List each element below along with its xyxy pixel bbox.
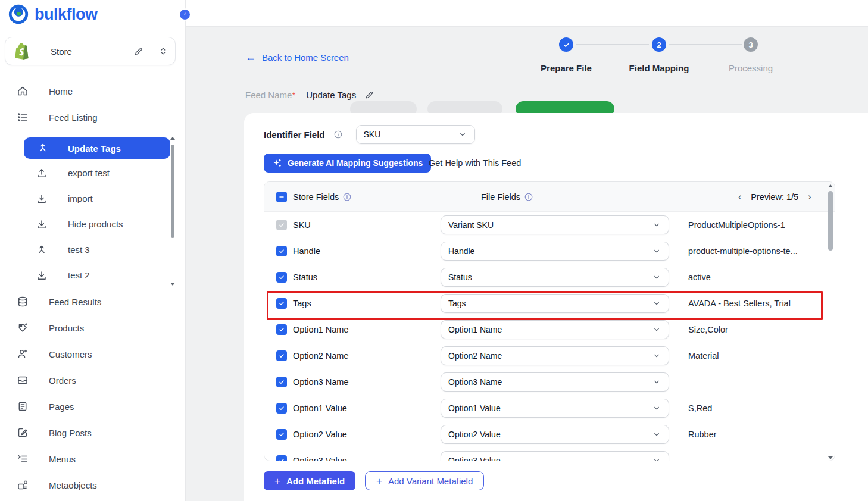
store-field-label: Option1 Name	[293, 325, 441, 334]
sidebar-item-feed-results[interactable]: Feed Results	[0, 289, 186, 315]
back-to-home-link[interactable]: ← Back to Home Screen	[245, 51, 349, 64]
file-field-select[interactable]: Option1 Name	[441, 320, 669, 339]
user-icon	[17, 348, 29, 360]
row-checkbox[interactable]	[276, 350, 287, 361]
blog-icon	[17, 427, 29, 439]
sidebar-item-label: Update Tags	[68, 143, 121, 154]
generate-ai-mapping-button[interactable]: Generate AI Mapping Suggestions	[264, 154, 431, 173]
row-checkbox[interactable]	[276, 455, 287, 461]
generate-label: Generate AI Mapping Suggestions	[288, 158, 423, 168]
store-field-label: Option2 Value	[293, 430, 441, 439]
scroll-up-arrow-icon[interactable]	[170, 137, 175, 140]
preview-label: Preview: 1/5	[751, 192, 798, 202]
info-icon[interactable]	[333, 130, 343, 139]
row-checkbox[interactable]	[276, 272, 287, 283]
chevron-down-icon	[652, 430, 661, 439]
feed-name-value: Update Tags	[306, 90, 356, 100]
file-field-select[interactable]: Option1 Value	[441, 399, 669, 418]
step-3-circle[interactable]: 3	[744, 37, 758, 52]
file-field-select[interactable]: Status	[441, 268, 669, 287]
sidebar-item-test-3[interactable]: test 3	[0, 237, 186, 262]
file-field-select[interactable]: Tags	[441, 294, 669, 313]
sidebar-item-pages[interactable]: Pages	[0, 393, 186, 419]
chevron-down-icon	[652, 456, 661, 461]
edit-store-icon[interactable]	[133, 46, 144, 57]
sidebar-scrollbar[interactable]	[170, 136, 176, 287]
sidebar-item-menus[interactable]: Menus	[0, 446, 186, 472]
add-metafield-button[interactable]: + Add Metafield	[264, 471, 355, 490]
identifier-field-label: Identifier Field	[264, 130, 325, 140]
file-field-selected-value: Handle	[448, 246, 652, 256]
sidebar-item-test-2[interactable]: test 2	[0, 262, 186, 288]
download-icon	[36, 218, 48, 230]
row-checkbox[interactable]	[276, 298, 287, 309]
sidebar-item-feed-listing[interactable]: Feed Listing	[0, 104, 186, 130]
list-icon	[17, 111, 29, 123]
step-2-circle[interactable]: 2	[652, 37, 666, 52]
scroll-up-arrow-icon[interactable]	[828, 184, 833, 187]
scrollbar-thumb[interactable]	[171, 145, 174, 238]
download-icon	[36, 270, 48, 281]
sidebar-item-label: Hide products	[68, 219, 123, 229]
field-mapping-table: Store Fields File Fields ‹ Preview: 1/5 …	[264, 181, 835, 461]
sidebar-item-label: Pages	[49, 402, 74, 412]
mapping-row-tags: TagsTagsAVADA - Best Sellers, Trial	[264, 290, 826, 317]
sidebar-item-orders[interactable]: Orders	[0, 367, 186, 393]
store-selector[interactable]: Store	[5, 37, 176, 65]
table-scrollbar[interactable]	[827, 183, 834, 461]
chevron-down-icon	[652, 299, 661, 308]
row-checkbox[interactable]	[276, 324, 287, 335]
split-icon	[36, 244, 48, 256]
mapping-row-option2-value: Option2 ValueOption2 ValueRubber	[264, 421, 826, 447]
sidebar-item-products[interactable]: Products	[0, 315, 186, 341]
file-field-select[interactable]: Option2 Name	[441, 346, 669, 365]
sidebar-item-label: Customers	[49, 349, 92, 359]
sidebar-item-metaobjects[interactable]: Metaobjects	[0, 472, 186, 498]
preview-value: Rubber	[688, 430, 826, 439]
preview-prev-icon[interactable]: ‹	[738, 192, 741, 202]
select-all-checkbox[interactable]	[276, 192, 287, 202]
sidebar-item-import[interactable]: import	[0, 186, 186, 211]
tag-icon	[17, 322, 29, 334]
scroll-down-arrow-icon[interactable]	[828, 456, 833, 459]
file-field-select[interactable]: Variant SKU	[441, 215, 669, 234]
preview-value: S,Red	[688, 403, 826, 413]
info-icon[interactable]	[524, 192, 533, 202]
row-checkbox[interactable]	[276, 246, 287, 256]
file-field-select[interactable]: Option2 Value	[441, 425, 669, 444]
scrollbar-thumb[interactable]	[828, 191, 833, 250]
sidebar-item-export-test[interactable]: export test	[0, 160, 186, 186]
sidebar-item-customers[interactable]: Customers	[0, 341, 186, 367]
sidebar-collapse-button[interactable]: ‹	[180, 10, 190, 20]
sidebar-item-update-tags[interactable]: Update Tags	[24, 137, 170, 159]
chevron-down-icon	[652, 377, 661, 387]
step-1-circle[interactable]	[559, 37, 573, 52]
edit-feed-name-icon[interactable]	[364, 90, 374, 100]
row-checkbox[interactable]	[276, 377, 287, 387]
row-checkbox[interactable]	[276, 429, 287, 440]
sidebar-item-blog-posts[interactable]: Blog Posts	[0, 419, 186, 446]
file-field-selected-value: Tags	[448, 299, 652, 308]
sidebar-item-label: Products	[49, 323, 84, 333]
plus-icon: +	[274, 476, 280, 486]
mapping-row-option1-value: Option1 ValueOption1 ValueS,Red	[264, 395, 826, 421]
file-field-select[interactable]: Handle	[441, 242, 669, 261]
preview-next-icon[interactable]: ›	[808, 192, 811, 202]
file-field-select[interactable]: Option3 Name	[441, 372, 669, 392]
file-field-select[interactable]: Option3 Value	[441, 451, 669, 461]
store-switch-chevrons-icon[interactable]	[158, 46, 168, 56]
row-checkbox[interactable]	[276, 403, 287, 414]
store-field-label: Status	[293, 273, 441, 282]
sidebar-nav-bottom: Feed ResultsProductsCustomersOrdersPages…	[0, 289, 186, 498]
chevron-down-icon	[652, 403, 661, 413]
mapping-row-sku: SKUVariant SKUProductMultipleOptions-1	[264, 212, 826, 238]
scroll-down-arrow-icon[interactable]	[170, 283, 175, 286]
identifier-field-select[interactable]: SKU	[356, 125, 475, 144]
add-variant-metafield-button[interactable]: + Add Variant Metafield	[365, 471, 484, 490]
mapping-row-option3-name: Option3 NameOption3 Name	[264, 369, 826, 395]
info-icon[interactable]	[342, 192, 352, 202]
get-help-link[interactable]: Get Help with This Feed	[429, 158, 521, 168]
store-field-label: Handle	[293, 246, 441, 256]
sidebar-item-hide-products[interactable]: Hide products	[0, 211, 186, 237]
sidebar-item-home[interactable]: Home	[0, 78, 186, 104]
